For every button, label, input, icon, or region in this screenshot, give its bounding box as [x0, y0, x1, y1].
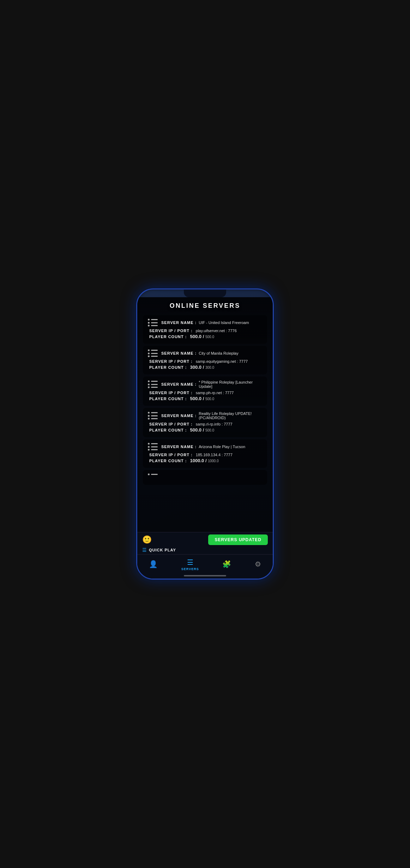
- server-name-value-4: Arizona Role Play | Tucson: [199, 445, 245, 449]
- server-name-label-4: SERVER NAME :: [161, 445, 197, 449]
- server-name-row: SERVER NAME : Arizona Role Play | Tucson: [148, 443, 262, 451]
- nav-bar: 👤 ☰ SERVERS 🧩 ⚙: [137, 554, 273, 574]
- server-ip-value-4: 185.169.134.4 : 7777: [195, 453, 233, 457]
- server-name-label-1: SERVER NAME :: [161, 351, 197, 355]
- server-name-row: SERVER NAME : * Philippine Roleplay [Lau…: [148, 380, 262, 389]
- nav-item-profile[interactable]: 👤: [145, 558, 161, 570]
- server-ip-value-2: samp.ph-rp.net : 7777: [195, 391, 234, 395]
- player-count-row-4: PLAYER COUNT : 1000.0 / 1000.0: [148, 458, 262, 463]
- smiley-icon: 🙂: [142, 535, 152, 544]
- player-count-value-4: 1000.0 / 1000.0: [189, 458, 219, 463]
- phone-frame: ONLINE SERVERS SERVER NAME : UIF -: [136, 288, 274, 580]
- server-card-1[interactable]: SERVER NAME : City of Manila Roleplay SE…: [143, 346, 267, 374]
- player-count-label-0: PLAYER COUNT :: [149, 335, 187, 339]
- scroll-content[interactable]: ONLINE SERVERS SERVER NAME : UIF -: [137, 297, 273, 532]
- servers-icon: ☰: [187, 558, 193, 567]
- screen: ONLINE SERVERS SERVER NAME : UIF -: [137, 297, 273, 579]
- server-name-row: SERVER NAME : UIF - United Island Freero…: [148, 319, 262, 326]
- menu-icon-0: [148, 319, 158, 326]
- player-count-row-3: PLAYER COUNT : 500.0 / 500.0: [148, 427, 262, 433]
- quick-play-icon: ☰: [142, 547, 147, 553]
- server-name-value-0: UIF - United Island Freeroam: [199, 320, 249, 325]
- server-ip-row-2: SERVER IP / PORT : samp.ph-rp.net : 7777: [148, 391, 262, 395]
- server-name-label-3: SERVER NAME :: [161, 414, 197, 418]
- server-ip-label-1: SERVER IP / PORT :: [149, 359, 193, 363]
- player-count-value-1: 300.0 / 300.0: [189, 365, 214, 370]
- server-card-3[interactable]: SERVER NAME : Reality Life Roleplay UPDA…: [143, 408, 267, 437]
- menu-icon-1: [148, 349, 158, 357]
- server-name-label-2: SERVER NAME :: [161, 382, 197, 386]
- phone-notch: [184, 289, 226, 297]
- server-ip-row-3: SERVER IP / PORT : samp.rl-rp.info : 777…: [148, 422, 262, 426]
- server-name-value-3: Reality Life Roleplay UPDATE! (PC/ANDROI…: [199, 411, 262, 420]
- nav-label-servers: SERVERS: [181, 567, 199, 571]
- menu-icon-3: [148, 412, 158, 420]
- server-name-row: SERVER NAME : Reality Life Roleplay UPDA…: [148, 411, 262, 420]
- nav-item-servers[interactable]: ☰ SERVERS: [178, 557, 203, 572]
- server-ip-label-0: SERVER IP / PORT :: [149, 329, 193, 333]
- server-ip-value-3: samp.rl-rp.info : 7777: [195, 422, 233, 426]
- server-name-label-0: SERVER NAME :: [161, 320, 197, 325]
- bottom-bar: 🙂 SERVERS UPDATED ☰ QUICK PLAY 👤 ☰ SERVE…: [137, 532, 273, 579]
- server-ip-row-0: SERVER IP / PORT : play.uifserver.net : …: [148, 329, 262, 333]
- servers-updated-button[interactable]: SERVERS UPDATED: [208, 534, 268, 545]
- server-ip-label-4: SERVER IP / PORT :: [149, 453, 193, 457]
- server-card-0[interactable]: SERVER NAME : UIF - United Island Freero…: [143, 315, 267, 344]
- player-count-label-1: PLAYER COUNT :: [149, 365, 187, 369]
- player-count-label-4: PLAYER COUNT :: [149, 459, 187, 463]
- profile-icon: 👤: [149, 560, 158, 568]
- quick-play-label: QUICK PLAY: [149, 548, 176, 552]
- player-count-label-3: PLAYER COUNT :: [149, 428, 187, 432]
- player-count-value-0: 500.0 / 500.0: [189, 334, 214, 339]
- partial-card: [143, 470, 267, 485]
- server-name-value-2: * Philippine Roleplay [Launcher Update]: [199, 380, 262, 389]
- menu-icon-partial: [148, 473, 158, 481]
- menu-icon-4: [148, 443, 158, 451]
- server-card-2[interactable]: SERVER NAME : * Philippine Roleplay [Lau…: [143, 377, 267, 406]
- player-count-row-0: PLAYER COUNT : 500.0 / 500.0: [148, 334, 262, 339]
- settings-icon: ⚙: [255, 560, 261, 568]
- page-title: ONLINE SERVERS: [137, 297, 273, 313]
- server-ip-label-2: SERVER IP / PORT :: [149, 391, 193, 395]
- player-count-value-2: 500.0 / 500.0: [189, 396, 214, 401]
- home-indicator: [184, 575, 226, 576]
- server-name-row: SERVER NAME : City of Manila Roleplay: [148, 349, 262, 357]
- server-card-4[interactable]: SERVER NAME : Arizona Role Play | Tucson…: [143, 439, 267, 468]
- server-name-value-1: City of Manila Roleplay: [199, 351, 239, 355]
- nav-item-settings[interactable]: ⚙: [251, 558, 265, 570]
- quick-play-row[interactable]: ☰ QUICK PLAY: [137, 547, 273, 554]
- nav-item-plugins[interactable]: 🧩: [219, 558, 235, 570]
- player-count-label-2: PLAYER COUNT :: [149, 397, 187, 401]
- server-ip-row-1: SERVER IP / PORT : samp.equitygaming.net…: [148, 359, 262, 363]
- server-ip-value-0: play.uifserver.net : 7776: [195, 329, 237, 333]
- player-count-row-2: PLAYER COUNT : 500.0 / 500.0: [148, 396, 262, 401]
- player-count-value-3: 500.0 / 500.0: [189, 427, 214, 433]
- server-ip-label-3: SERVER IP / PORT :: [149, 422, 193, 426]
- player-count-row-1: PLAYER COUNT : 300.0 / 300.0: [148, 365, 262, 370]
- menu-icon-2: [148, 380, 158, 388]
- server-ip-value-1: samp.equitygaming.net : 7777: [195, 359, 248, 363]
- plugins-icon: 🧩: [222, 560, 231, 568]
- server-list: SERVER NAME : UIF - United Island Freero…: [137, 315, 273, 468]
- server-ip-row-4: SERVER IP / PORT : 185.169.134.4 : 7777: [148, 453, 262, 457]
- quick-actions-row: 🙂 SERVERS UPDATED: [137, 532, 273, 547]
